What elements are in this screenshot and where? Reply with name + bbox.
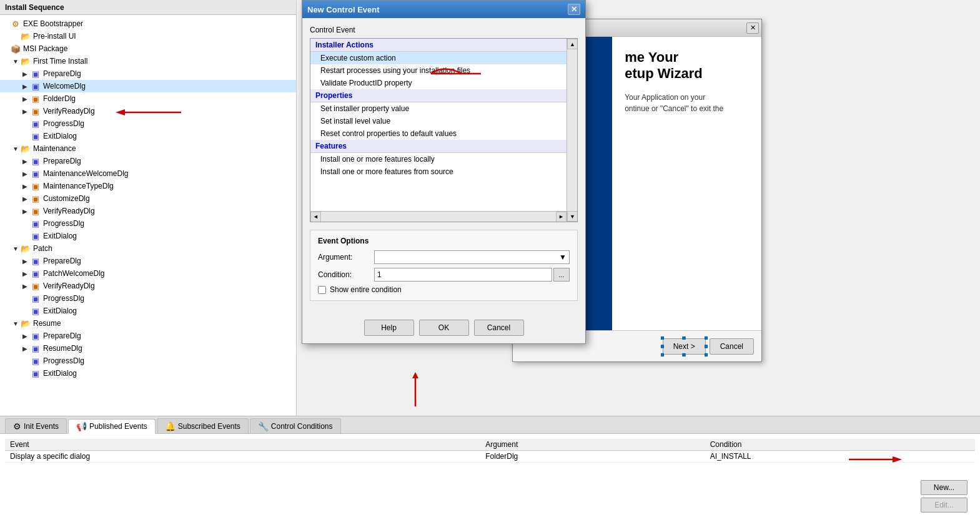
ce-item[interactable]: Execute custom action: [310, 52, 577, 64]
wizard-next-button[interactable]: Next >: [663, 338, 706, 355]
tree-item-customizeDlg[interactable]: ▶▣CustomizeDlg: [0, 192, 296, 205]
tree-item-maintenanceTypeDlg[interactable]: ▶▣MaintenanceTypeDlg: [0, 180, 296, 192]
tree-item-folderDlg[interactable]: ▶▣FolderDlg: [0, 92, 296, 105]
ok-button[interactable]: OK: [419, 320, 469, 336]
tab-subscribed-events[interactable]: 🔔Subscribed Events: [157, 418, 249, 433]
tree-label: MaintenanceWelcomeDlg: [43, 169, 129, 178]
tree-arrow[interactable]: ▼: [12, 245, 20, 252]
tree-item-prepareDlg-2[interactable]: ▶▣PrepareDlg: [0, 155, 296, 167]
condition-input[interactable]: 1: [374, 268, 552, 282]
wizard-close-button[interactable]: ✕: [746, 22, 759, 34]
tree-arrow[interactable]: ▼: [12, 320, 20, 327]
tree-item-prepareDlg-4[interactable]: ▶▣PrepareDlg: [0, 330, 296, 342]
wizard-title: me Youretup Wizard: [625, 49, 749, 82]
tree-arrow[interactable]: ▶: [22, 71, 30, 77]
tree-item-resume[interactable]: ▼📂Resume: [0, 317, 296, 330]
tree-item-exitDialog-1[interactable]: ▣ExitDialog: [0, 130, 296, 142]
tree-item-progressDlg-1[interactable]: ▣ProgressDlg: [0, 117, 296, 130]
tree-item-progressDlg-3[interactable]: ▣ProgressDlg: [0, 292, 296, 305]
tree-label: VerifyReadyDlg: [43, 207, 95, 215]
tab-icon-init-events: ⚙: [13, 421, 21, 431]
vscroll-track[interactable]: [567, 49, 577, 211]
tree-item-verifyReadyDlg-1[interactable]: ▶▣VerifyReadyDlg: [0, 105, 296, 117]
tree-item-progressDlg-4[interactable]: ▣ProgressDlg: [0, 355, 296, 367]
tree-arrow[interactable]: ▶: [22, 158, 30, 165]
tree-item-msi-package[interactable]: 📦MSI Package: [0, 42, 296, 55]
wizard-text: Your Application on yourontinue or "Canc…: [625, 92, 749, 114]
tree-label: Patch: [33, 244, 52, 253]
control-event-list[interactable]: Installer Actions▲Execute custom actionR…: [310, 38, 578, 222]
ce-group-features[interactable]: Features▲: [310, 140, 577, 153]
hscroll-right-button[interactable]: ►: [556, 212, 567, 222]
ce-item[interactable]: Restart processes using your installatio…: [310, 64, 577, 77]
tree-arrow[interactable]: ▼: [12, 145, 20, 152]
ce-item[interactable]: Install one or more features locally: [310, 153, 577, 165]
tree-item-patch[interactable]: ▼📂Patch: [0, 242, 296, 255]
hscroll-left-button[interactable]: ◄: [310, 212, 321, 222]
tree-item-first-time-install[interactable]: ▼📂First Time Install: [0, 55, 296, 67]
tree-item-verifyReadyDlg-3[interactable]: ▶▣VerifyReadyDlg: [0, 280, 296, 292]
tree-arrow[interactable]: ▶: [22, 270, 30, 277]
ce-item[interactable]: Reset control properties to default valu…: [310, 127, 577, 140]
table-row[interactable]: Display a specific dialog FolderDlg AI_I…: [5, 451, 975, 463]
tree-item-exitDialog-3[interactable]: ▣ExitDialog: [0, 305, 296, 317]
tree-arrow[interactable]: ▶: [22, 96, 30, 102]
tree-arrow[interactable]: ▶: [22, 195, 30, 202]
ce-item[interactable]: Validate ProductID property: [310, 77, 577, 89]
help-button[interactable]: Help: [364, 320, 414, 336]
tree-item-exe-bootstrapper[interactable]: ⚙EXE Bootstrapper: [0, 17, 296, 30]
tree-arrow[interactable]: ▶: [22, 170, 30, 177]
tree-item-maintenance[interactable]: ▼📂Maintenance: [0, 142, 296, 155]
wizard-cancel-button[interactable]: Cancel: [710, 338, 754, 355]
tree-item-verifyReadyDlg-2[interactable]: ▶▣VerifyReadyDlg: [0, 205, 296, 217]
event-options-section: Event Options Argument: ▼ Condition: 1 .…: [310, 230, 578, 301]
tree-arrow[interactable]: ▼: [12, 58, 20, 65]
tab-published-events[interactable]: 📢Published Events: [68, 419, 156, 434]
tree-arrow[interactable]: ▶: [22, 208, 30, 215]
tree-item-resumeDlg[interactable]: ▶▣ResumeDlg: [0, 342, 296, 355]
tree-arrow[interactable]: ▶: [22, 183, 30, 190]
tree-arrow[interactable]: ▶: [22, 258, 30, 265]
argument-dropdown-arrow[interactable]: ▼: [559, 253, 567, 262]
control-event-vscroll[interactable]: ▲ ▼: [567, 39, 577, 222]
ce-item[interactable]: Set installer property value: [310, 102, 577, 115]
hscroll-track[interactable]: [321, 212, 556, 222]
tree-arrow[interactable]: ▶: [22, 283, 30, 290]
ce-item[interactable]: Set install level value: [310, 115, 577, 127]
dialog-close-button[interactable]: ✕: [568, 4, 580, 15]
cancel-button[interactable]: Cancel: [474, 320, 524, 336]
tree-arrow[interactable]: ▶: [22, 345, 30, 352]
tree-arrow[interactable]: ▶: [22, 108, 30, 115]
tree-item-exitDialog-4[interactable]: ▣ExitDialog: [0, 367, 296, 380]
next-button-wrapper: Next >: [663, 338, 706, 355]
control-event-hscroll[interactable]: ◄ ►: [310, 211, 567, 222]
tree-icon-dlg-blue: ▣: [30, 169, 41, 179]
ce-group-properties[interactable]: Properties▲: [310, 89, 577, 102]
tree-item-progressDlg-2[interactable]: ▣ProgressDlg: [0, 217, 296, 230]
ce-group-installer-actions[interactable]: Installer Actions▲: [310, 39, 577, 52]
tree-arrow[interactable]: ▶: [22, 333, 30, 340]
tab-control-conditions[interactable]: 🔧Control Conditions: [250, 418, 341, 433]
ce-list-inner[interactable]: Installer Actions▲Execute custom actionR…: [310, 39, 577, 222]
new-event-button[interactable]: New...: [921, 480, 968, 495]
show-entire-condition-checkbox[interactable]: [318, 286, 326, 294]
tree-icon-dlg-orange: ▣: [30, 106, 41, 116]
tree-arrow[interactable]: ▶: [22, 83, 30, 90]
tab-icon-published-events: 📢: [76, 421, 87, 431]
vscroll-up-button[interactable]: ▲: [567, 39, 578, 49]
tree-item-welcomeDlg[interactable]: ▶▣WelcomeDlg: [0, 80, 296, 92]
edit-event-button[interactable]: Edit...: [921, 498, 968, 513]
ce-item[interactable]: Install one or more features from source: [310, 165, 577, 178]
tree-item-maintenanceWelcomeDlg[interactable]: ▶▣MaintenanceWelcomeDlg: [0, 167, 296, 180]
condition-browse-button[interactable]: ...: [553, 268, 570, 282]
tree-item-patchWelcomeDlg[interactable]: ▶▣PatchWelcomeDlg: [0, 267, 296, 280]
tree-item-prepareDlg-3[interactable]: ▶▣PrepareDlg: [0, 255, 296, 267]
ce-group-label: Installer Actions: [315, 41, 374, 49]
tree-icon-exe: ⚙: [10, 19, 21, 29]
tab-init-events[interactable]: ⚙Init Events: [5, 418, 67, 433]
tree-item-exitDialog-2[interactable]: ▣ExitDialog: [0, 230, 296, 242]
tree-item-prepareDlg-1[interactable]: ▶▣PrepareDlg: [0, 67, 296, 80]
tree-item-pre-install-ui[interactable]: 📂Pre-install UI: [0, 30, 296, 42]
vscroll-down-button[interactable]: ▼: [567, 211, 578, 222]
argument-dropdown[interactable]: ▼: [374, 250, 570, 264]
